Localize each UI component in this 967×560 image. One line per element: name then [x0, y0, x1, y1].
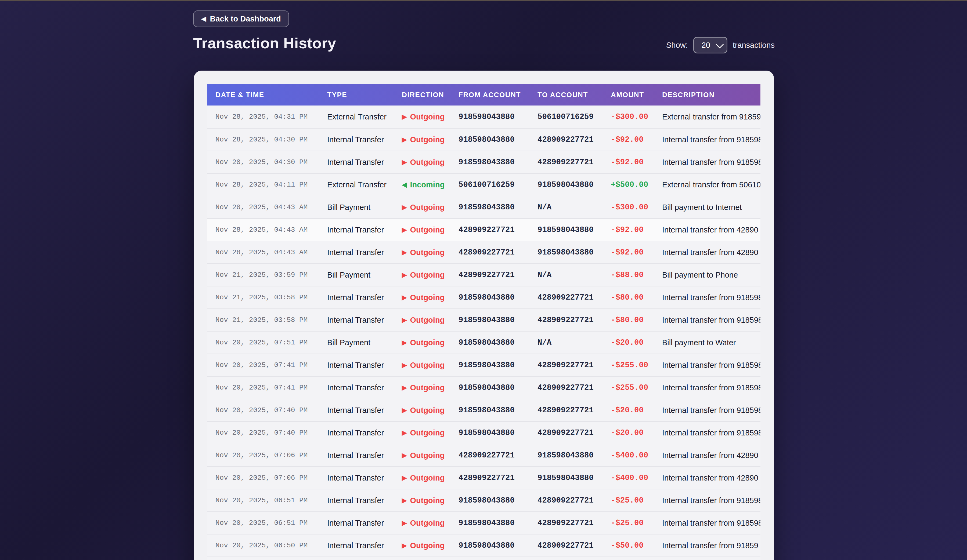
cell-amount: -$300.00	[603, 203, 654, 212]
table-row: Nov 21, 2025, 03:58 PM Internal Transfer…	[207, 286, 761, 308]
cell-date: Nov 21, 2025, 03:59 PM	[207, 271, 319, 279]
transactions-card: DATE & TIME TYPE DIRECTION FROM ACCOUNT …	[194, 71, 774, 560]
cell-amount: -$80.00	[603, 316, 654, 324]
direction-icon: ▶	[402, 272, 407, 278]
cell-from-account: 918598043880	[450, 112, 530, 121]
cell-from-account: 428909227721	[450, 271, 530, 280]
back-button-label: Back to Dashboard	[210, 15, 281, 23]
table-row: Nov 21, 2025, 03:58 PM Internal Transfer…	[207, 308, 761, 331]
cell-amount: -$50.00	[603, 541, 654, 550]
cell-type: Internal Transfer	[319, 474, 394, 483]
cell-type: Internal Transfer	[319, 496, 394, 505]
show-suffix: transactions	[733, 41, 775, 49]
cell-from-account: 428909227721	[450, 226, 530, 234]
cell-direction: ▶ Outgoing	[394, 112, 450, 121]
cell-direction: ▶ Outgoing	[394, 383, 450, 392]
cell-date: Nov 28, 2025, 04:30 PM	[207, 158, 319, 166]
direction-icon: ▶	[402, 452, 407, 458]
cell-type: Internal Transfer	[319, 519, 394, 527]
column-header-type: TYPE	[319, 91, 394, 99]
cell-from-account: 918598043880	[450, 541, 530, 550]
direction-label: Outgoing	[410, 383, 444, 392]
cell-type: Internal Transfer	[319, 428, 394, 437]
cell-direction: ▶ Outgoing	[394, 496, 450, 505]
cell-date: Nov 20, 2025, 07:41 PM	[207, 384, 319, 392]
transactions-count-select[interactable]: 20	[693, 37, 728, 53]
cell-description: Internal transfer from 42890	[654, 248, 761, 257]
cell-to-account: 428909227721	[530, 135, 603, 144]
cell-type: Internal Transfer	[319, 158, 394, 167]
table-row: Nov 20, 2025, 07:41 PM Internal Transfer…	[207, 376, 761, 399]
cell-description: Internal transfer from 918598	[654, 496, 761, 505]
cell-date: Nov 20, 2025, 06:51 PM	[207, 496, 319, 504]
cell-from-account: 918598043880	[450, 203, 530, 212]
cell-description: Bill payment to Water	[654, 338, 761, 347]
table-row: Nov 28, 2025, 04:30 PM Internal Transfer…	[207, 151, 761, 173]
cell-to-account: 918598043880	[530, 248, 603, 257]
direction-icon: ▶	[402, 362, 407, 368]
table-row: Nov 20, 2025, 07:41 PM Internal Transfer…	[207, 354, 761, 376]
cell-direction: ▶ Outgoing	[394, 406, 450, 415]
direction-icon: ▶	[402, 317, 407, 323]
cell-amount: -$400.00	[603, 451, 654, 460]
direction-label: Outgoing	[410, 338, 444, 347]
direction-icon: ▶	[402, 204, 407, 211]
cell-from-account: 918598043880	[450, 158, 530, 167]
cell-description: Bill payment to Internet	[654, 203, 761, 212]
cell-description: Internal transfer from 918598	[654, 383, 761, 392]
cell-to-account: 428909227721	[530, 406, 603, 415]
direction-label: Outgoing	[410, 293, 444, 302]
cell-from-account: 918598043880	[450, 316, 530, 324]
cell-to-account: 428909227721	[530, 361, 603, 370]
cell-amount: -$25.00	[603, 496, 654, 505]
cell-direction: ▶ Outgoing	[394, 361, 450, 370]
table-row: Nov 28, 2025, 04:30 PM Internal Transfer…	[207, 128, 761, 151]
cell-direction: ▶ Outgoing	[394, 428, 450, 437]
cell-to-account: 428909227721	[530, 383, 603, 392]
table-row: Nov 20, 2025, 07:06 PM Internal Transfer…	[207, 444, 761, 466]
direction-icon: ▶	[402, 159, 407, 165]
transaction-history-page: ◀ Back to Dashboard Transaction History …	[0, 0, 967, 560]
cell-type: Bill Payment	[319, 203, 394, 212]
cell-description: Internal transfer from 918598	[654, 316, 761, 324]
cell-to-account: 428909227721	[530, 519, 603, 527]
direction-label: Outgoing	[410, 271, 444, 280]
cell-description: Internal transfer from 918598	[654, 519, 761, 527]
cell-type: Internal Transfer	[319, 226, 394, 234]
cell-amount: -$80.00	[603, 293, 654, 302]
cell-amount: -$300.00	[603, 112, 654, 121]
cell-from-account: 428909227721	[450, 248, 530, 257]
cell-type: Internal Transfer	[319, 451, 394, 460]
table-row-partial	[207, 557, 761, 560]
cell-date: Nov 21, 2025, 03:58 PM	[207, 293, 319, 301]
cell-date: Nov 20, 2025, 07:40 PM	[207, 406, 319, 414]
cell-amount: -$20.00	[603, 338, 654, 347]
cell-date: Nov 28, 2025, 04:11 PM	[207, 181, 319, 189]
direction-label: Outgoing	[410, 248, 444, 257]
cell-to-account: 918598043880	[530, 180, 603, 189]
cell-from-account: 918598043880	[450, 135, 530, 144]
direction-label: Outgoing	[410, 135, 444, 144]
cell-type: Bill Payment	[319, 338, 394, 347]
back-arrow-icon: ◀	[201, 16, 206, 22]
cell-amount: -$92.00	[603, 135, 654, 144]
table-row: Nov 28, 2025, 04:43 AM Bill Payment ▶ Ou…	[207, 196, 761, 218]
window-top-edge	[0, 0, 967, 1]
direction-label: Outgoing	[410, 474, 444, 483]
cell-to-account: 428909227721	[530, 496, 603, 505]
back-to-dashboard-button[interactable]: ◀ Back to Dashboard	[193, 10, 289, 27]
cell-type: Internal Transfer	[319, 316, 394, 324]
direction-icon: ▶	[402, 384, 407, 391]
show-control: Show: 20 transactions	[666, 36, 775, 54]
cell-to-account: N/A	[530, 338, 603, 347]
select-value: 20	[694, 41, 716, 49]
direction-icon: ▶	[402, 249, 407, 255]
table-row: Nov 20, 2025, 06:51 PM Internal Transfer…	[207, 511, 761, 534]
table-row: Nov 28, 2025, 04:11 PM External Transfer…	[207, 173, 761, 196]
cell-description: Internal transfer from 918598	[654, 406, 761, 415]
cell-direction: ▶ Outgoing	[394, 203, 450, 212]
direction-label: Outgoing	[410, 541, 444, 550]
cell-from-account: 918598043880	[450, 338, 530, 347]
table-row: Nov 28, 2025, 04:43 AM Internal Transfer…	[207, 218, 761, 241]
direction-icon: ▶	[402, 430, 407, 436]
